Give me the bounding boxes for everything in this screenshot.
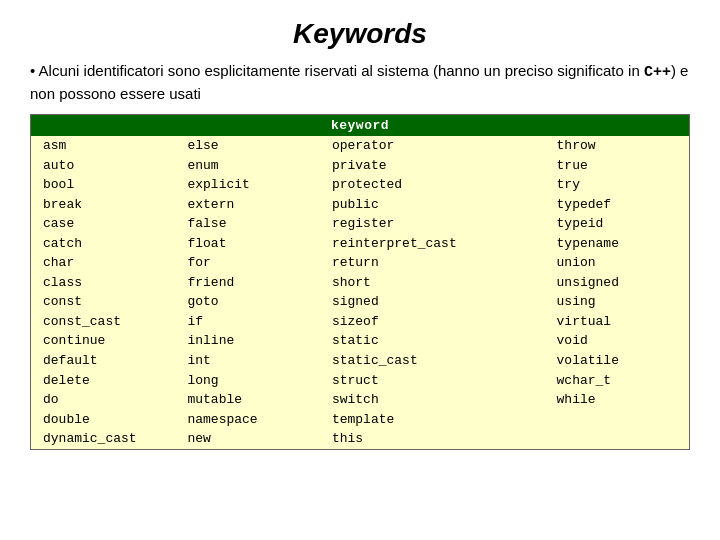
keyword-cell: typeid [545,214,689,234]
keyword-cell: short [320,273,545,293]
keyword-cell: default [31,351,175,371]
keyword-cell: static_cast [320,351,545,371]
table-row: doublenamespacetemplate [31,410,689,430]
keyword-cell: catch [31,234,175,254]
table-row: constgotosignedusing [31,292,689,312]
keyword-cell: enum [175,156,319,176]
keyword-cell: friend [175,273,319,293]
keyword-cell: operator [320,136,545,156]
keyword-cell: extern [175,195,319,215]
table-row: const_castifsizeofvirtual [31,312,689,332]
keyword-cell: long [175,371,319,391]
keyword-cell: if [175,312,319,332]
table-row: asmelseoperatorthrow [31,136,689,156]
keyword-cell: inline [175,331,319,351]
table-row: classfriendshortunsigned [31,273,689,293]
table-row: deletelongstructwchar_t [31,371,689,391]
table-row: charforreturnunion [31,253,689,273]
keyword-cell: continue [31,331,175,351]
keyword-cell: using [545,292,689,312]
intro-text: • Alcuni identificatori sono esplicitame… [30,60,690,104]
keyword-cell: while [545,390,689,410]
keyword-cell: sizeof [320,312,545,332]
table-row: dynamic_castnewthis [31,429,689,449]
keyword-cell: throw [545,136,689,156]
keyword-cell: false [175,214,319,234]
keyword-cell: mutable [175,390,319,410]
keyword-cell [545,429,689,449]
keyword-cell: struct [320,371,545,391]
keyword-cell: dynamic_cast [31,429,175,449]
keyword-cell: register [320,214,545,234]
keyword-cell: class [31,273,175,293]
table-row: domutableswitchwhile [31,390,689,410]
keyword-cell: signed [320,292,545,312]
table-row: boolexplicitprotectedtry [31,175,689,195]
table-row: continueinlinestaticvoid [31,331,689,351]
keyword-cell: case [31,214,175,234]
keyword-cell: double [31,410,175,430]
keyword-cell: goto [175,292,319,312]
intro-code: C++ [644,64,671,81]
keyword-cell: do [31,390,175,410]
keyword-cell: virtual [545,312,689,332]
keyword-cell: template [320,410,545,430]
keyword-cell: typename [545,234,689,254]
page-title: Keywords [30,18,690,50]
keyword-cell: typedef [545,195,689,215]
keyword-cell: this [320,429,545,449]
keyword-cell: private [320,156,545,176]
keyword-cell: public [320,195,545,215]
keyword-cell: switch [320,390,545,410]
keyword-cell: return [320,253,545,273]
keyword-cell: break [31,195,175,215]
table-row: autoenumprivatetrue [31,156,689,176]
keyword-cell: new [175,429,319,449]
keyword-cell: delete [31,371,175,391]
keyword-cell: asm [31,136,175,156]
keyword-cell: unsigned [545,273,689,293]
keyword-cell: const_cast [31,312,175,332]
keyword-cell: char [31,253,175,273]
keyword-cell: const [31,292,175,312]
keyword-cell [545,410,689,430]
keyword-cell: wchar_t [545,371,689,391]
keyword-cell: volatile [545,351,689,371]
keyword-cell: bool [31,175,175,195]
table-row: breakexternpublictypedef [31,195,689,215]
keyword-cell: reinterpret_cast [320,234,545,254]
keyword-cell: void [545,331,689,351]
keyword-cell: int [175,351,319,371]
keyword-cell: else [175,136,319,156]
keyword-cell: namespace [175,410,319,430]
keyword-cell: true [545,156,689,176]
intro-main: Alcuni identificatori sono esplicitament… [39,62,644,79]
keyword-table: keyword asmelseoperatorthrowautoenumpriv… [31,115,689,449]
table-header: keyword [31,115,689,136]
table-row: catchfloatreinterpret_casttypename [31,234,689,254]
keyword-cell: static [320,331,545,351]
keyword-cell: float [175,234,319,254]
keyword-cell: union [545,253,689,273]
table-row: defaultintstatic_castvolatile [31,351,689,371]
keyword-cell: for [175,253,319,273]
page: Keywords • Alcuni identificatori sono es… [0,0,720,540]
table-row: casefalseregistertypeid [31,214,689,234]
keyword-cell: protected [320,175,545,195]
keyword-table-wrapper: keyword asmelseoperatorthrowautoenumpriv… [30,114,690,450]
keyword-cell: auto [31,156,175,176]
keyword-cell: explicit [175,175,319,195]
keyword-cell: try [545,175,689,195]
